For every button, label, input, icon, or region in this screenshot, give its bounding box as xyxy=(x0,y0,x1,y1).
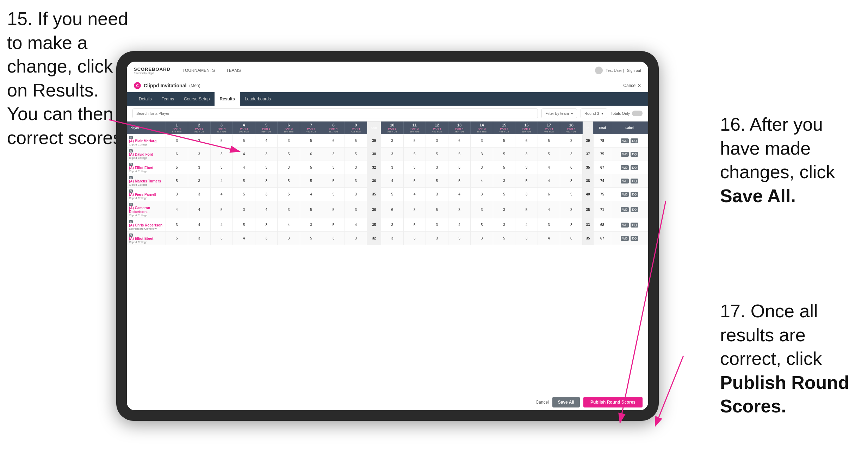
score-cell[interactable]: 4 xyxy=(278,218,300,232)
score-cell[interactable]: 5 xyxy=(345,134,367,148)
score-cell[interactable]: 3 xyxy=(471,201,493,218)
score-cell[interactable]: 3 xyxy=(210,161,233,174)
score-cell[interactable]: 5 xyxy=(300,174,322,188)
score-cell[interactable]: 3 xyxy=(381,218,404,232)
wd-button[interactable]: WD xyxy=(621,138,629,143)
score-cell[interactable]: 6 xyxy=(322,134,345,148)
score-cell[interactable]: 5 xyxy=(300,201,322,218)
score-cell[interactable]: 6 xyxy=(538,188,560,201)
nav-tournaments[interactable]: TOURNAMENTS xyxy=(181,68,216,73)
score-cell[interactable]: 3 xyxy=(381,134,404,148)
score-cell[interactable]: 5 xyxy=(233,174,255,188)
score-cell[interactable]: 5 xyxy=(448,161,471,174)
score-cell[interactable]: 5 xyxy=(493,161,515,174)
score-cell[interactable]: 4 xyxy=(381,174,404,188)
score-cell[interactable]: 6 xyxy=(560,232,583,245)
score-cell[interactable]: 3 xyxy=(493,218,515,232)
score-cell[interactable]: 3 xyxy=(188,174,211,188)
score-cell[interactable]: 3 xyxy=(515,232,538,245)
score-cell[interactable]: 5 xyxy=(403,174,426,188)
score-cell[interactable]: 5 xyxy=(515,174,538,188)
score-cell[interactable]: 5 xyxy=(278,174,300,188)
score-cell[interactable]: 5 xyxy=(278,188,300,201)
score-cell[interactable]: 4 xyxy=(233,232,255,245)
score-cell[interactable]: 5 xyxy=(322,218,345,232)
score-cell[interactable]: 3 xyxy=(322,161,345,174)
score-cell[interactable]: 5 xyxy=(345,148,367,161)
score-cell[interactable]: 3 xyxy=(515,188,538,201)
score-cell[interactable]: 5 xyxy=(426,201,448,218)
score-cell[interactable]: 3 xyxy=(448,201,471,218)
nav-teams[interactable]: TEAMS xyxy=(225,68,242,73)
score-cell[interactable]: 5 xyxy=(233,134,255,148)
score-cell[interactable]: 5 xyxy=(322,201,345,218)
score-cell[interactable]: 3 xyxy=(300,218,322,232)
score-cell[interactable]: 4 xyxy=(538,174,560,188)
team-filter-dropdown[interactable]: Filter by team ▾ xyxy=(541,108,577,118)
tab-leaderboards[interactable]: Leaderboards xyxy=(240,92,276,106)
score-cell[interactable]: 4 xyxy=(345,218,367,232)
score-cell[interactable]: 5 xyxy=(322,188,345,201)
score-cell[interactable]: 3 xyxy=(560,201,583,218)
score-cell[interactable]: 5 xyxy=(300,232,322,245)
tab-details[interactable]: Details xyxy=(134,92,157,106)
score-cell[interactable]: 4 xyxy=(255,134,278,148)
wd-button[interactable]: WD xyxy=(621,236,629,241)
score-cell[interactable]: 4 xyxy=(300,188,322,201)
score-cell[interactable]: 4 xyxy=(471,174,493,188)
score-cell[interactable]: 3 xyxy=(188,161,211,174)
score-cell[interactable]: 3 xyxy=(560,134,583,148)
dq-button[interactable]: DQ xyxy=(631,179,638,183)
score-cell[interactable]: 5 xyxy=(278,148,300,161)
score-cell[interactable]: 5 xyxy=(300,134,322,148)
score-cell[interactable]: 3 xyxy=(515,148,538,161)
score-cell[interactable]: 5 xyxy=(493,148,515,161)
score-cell[interactable]: 3 xyxy=(426,218,448,232)
score-cell[interactable]: 3 xyxy=(345,161,367,174)
score-cell[interactable]: 3 xyxy=(403,161,426,174)
score-cell[interactable]: 5 xyxy=(493,232,515,245)
score-cell[interactable]: 3 xyxy=(255,232,278,245)
score-cell[interactable]: 3 xyxy=(515,161,538,174)
score-cell[interactable]: 5 xyxy=(210,201,233,218)
wd-button[interactable]: WD xyxy=(621,165,629,170)
score-cell[interactable]: 3 xyxy=(381,232,404,245)
cancel-top-button[interactable]: Cancel ✕ xyxy=(623,83,641,88)
wd-button[interactable]: WD xyxy=(621,223,629,228)
totals-toggle[interactable] xyxy=(632,111,643,116)
score-cell[interactable]: 5 xyxy=(210,134,233,148)
score-cell[interactable]: 5 xyxy=(166,174,188,188)
score-cell[interactable]: 6 xyxy=(560,161,583,174)
tab-teams[interactable]: Teams xyxy=(157,92,179,106)
score-cell[interactable]: 3 xyxy=(210,148,233,161)
search-input[interactable] xyxy=(132,108,538,118)
save-all-button[interactable]: Save All xyxy=(552,397,580,407)
score-cell[interactable]: 5 xyxy=(515,201,538,218)
score-cell[interactable]: 5 xyxy=(560,188,583,201)
score-cell[interactable]: 3 xyxy=(426,232,448,245)
score-cell[interactable]: 6 xyxy=(515,134,538,148)
score-cell[interactable]: 5 xyxy=(300,161,322,174)
score-cell[interactable]: 4 xyxy=(233,161,255,174)
score-cell[interactable]: 3 xyxy=(322,232,345,245)
score-cell[interactable]: 3 xyxy=(560,174,583,188)
score-cell[interactable]: 4 xyxy=(210,174,233,188)
score-cell[interactable]: 3 xyxy=(538,218,560,232)
score-cell[interactable]: 4 xyxy=(448,188,471,201)
score-cell[interactable]: 5 xyxy=(166,232,188,245)
score-cell[interactable]: 5 xyxy=(493,134,515,148)
score-cell[interactable]: 4 xyxy=(538,232,560,245)
score-cell[interactable]: 5 xyxy=(493,188,515,201)
score-cell[interactable]: 3 xyxy=(322,148,345,161)
cancel-bottom-button[interactable]: Cancel xyxy=(535,400,548,405)
wd-button[interactable]: WD xyxy=(621,192,629,197)
wd-button[interactable]: WD xyxy=(621,152,629,157)
score-cell[interactable]: 3 xyxy=(188,148,211,161)
dq-button[interactable]: DQ xyxy=(631,207,638,212)
score-cell[interactable]: 5 xyxy=(426,174,448,188)
score-cell[interactable]: 3 xyxy=(210,232,233,245)
score-cell[interactable]: 5 xyxy=(448,232,471,245)
score-cell[interactable]: 3 xyxy=(278,232,300,245)
score-cell[interactable]: 5 xyxy=(471,218,493,232)
score-cell[interactable]: 6 xyxy=(166,148,188,161)
